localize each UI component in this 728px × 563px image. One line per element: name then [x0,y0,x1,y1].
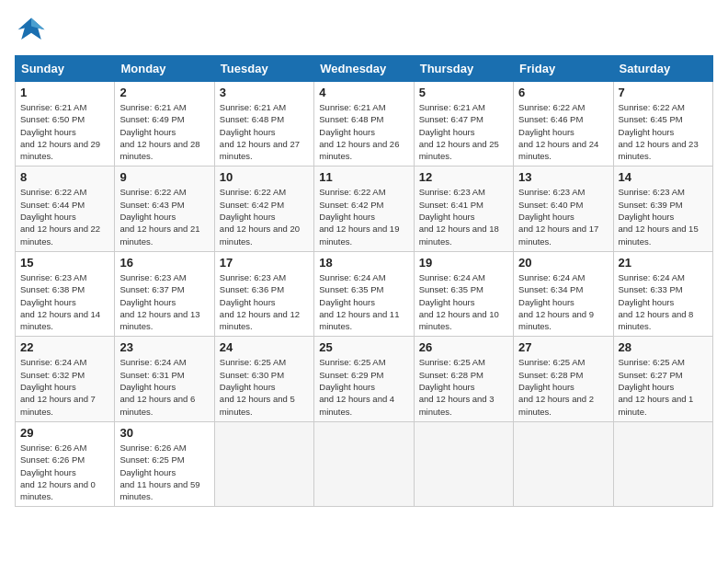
col-header-saturday: Saturday [613,56,712,82]
day-cell-15: 15Sunrise: 6:23 AMSunset: 6:38 PMDayligh… [16,251,115,336]
day-info: Sunrise: 6:25 AMSunset: 6:28 PMDaylight … [518,356,608,417]
col-header-wednesday: Wednesday [314,56,414,82]
day-cell-28: 28Sunrise: 6:25 AMSunset: 6:27 PMDayligh… [613,337,712,421]
col-header-thursday: Thursday [414,56,513,82]
day-info: Sunrise: 6:22 AMSunset: 6:45 PMDaylight … [619,101,708,162]
day-number: 12 [419,170,508,184]
day-number: 13 [518,170,608,184]
day-number: 8 [20,170,109,184]
day-cell-5: 5Sunrise: 6:21 AMSunset: 6:47 PMDaylight… [414,82,513,167]
header [15,15,713,48]
day-cell-16: 16Sunrise: 6:23 AMSunset: 6:37 PMDayligh… [115,251,214,336]
day-cell-1: 1Sunrise: 6:21 AMSunset: 6:50 PMDaylight… [16,82,115,167]
logo-icon [15,15,48,48]
day-cell-3: 3Sunrise: 6:21 AMSunset: 6:48 PMDaylight… [214,82,313,167]
day-number: 7 [619,86,708,99]
day-cell-8: 8Sunrise: 6:22 AMSunset: 6:44 PMDaylight… [16,167,115,251]
day-number: 4 [319,86,408,99]
day-info: Sunrise: 6:25 AMSunset: 6:28 PMDaylight … [419,356,508,417]
day-info: Sunrise: 6:21 AMSunset: 6:48 PMDaylight … [220,101,309,162]
day-info: Sunrise: 6:22 AMSunset: 6:42 PMDaylight … [319,186,408,247]
day-number: 11 [319,170,408,184]
day-info: Sunrise: 6:25 AMSunset: 6:29 PMDaylight … [319,356,408,417]
day-info: Sunrise: 6:24 AMSunset: 6:32 PMDaylight … [20,356,109,417]
day-cell-26: 26Sunrise: 6:25 AMSunset: 6:28 PMDayligh… [414,337,513,421]
col-header-monday: Monday [115,56,214,82]
day-info: Sunrise: 6:21 AMSunset: 6:50 PMDaylight … [20,101,109,162]
day-number: 20 [518,256,608,270]
day-number: 28 [619,340,708,354]
day-cell-7: 7Sunrise: 6:22 AMSunset: 6:45 PMDaylight… [613,82,712,167]
day-info: Sunrise: 6:26 AMSunset: 6:26 PMDaylight … [20,442,109,502]
day-number: 10 [220,170,309,184]
day-cell-24: 24Sunrise: 6:25 AMSunset: 6:30 PMDayligh… [214,337,313,421]
day-number: 27 [518,340,608,354]
day-info: Sunrise: 6:23 AMSunset: 6:37 PMDaylight … [119,271,209,332]
day-cell-30: 30Sunrise: 6:26 AMSunset: 6:25 PMDayligh… [115,421,214,506]
day-cell-10: 10Sunrise: 6:22 AMSunset: 6:42 PMDayligh… [214,167,313,251]
day-info: Sunrise: 6:26 AMSunset: 6:25 PMDaylight … [119,442,209,502]
day-cell-6: 6Sunrise: 6:22 AMSunset: 6:46 PMDaylight… [514,82,613,167]
day-info: Sunrise: 6:24 AMSunset: 6:35 PMDaylight … [419,271,508,332]
day-cell-19: 19Sunrise: 6:24 AMSunset: 6:35 PMDayligh… [414,251,513,336]
day-cell-18: 18Sunrise: 6:24 AMSunset: 6:35 PMDayligh… [314,251,414,336]
day-number: 15 [20,256,109,270]
col-header-sunday: Sunday [16,56,115,82]
empty-cell [214,421,313,506]
empty-cell [414,421,513,506]
day-info: Sunrise: 6:24 AMSunset: 6:35 PMDaylight … [319,271,408,332]
logo [15,15,51,48]
calendar-week-2: 8Sunrise: 6:22 AMSunset: 6:44 PMDaylight… [16,167,713,251]
day-cell-4: 4Sunrise: 6:21 AMSunset: 6:48 PMDaylight… [314,82,414,167]
day-info: Sunrise: 6:22 AMSunset: 6:46 PMDaylight … [518,101,608,162]
day-info: Sunrise: 6:23 AMSunset: 6:36 PMDaylight … [220,271,309,332]
day-info: Sunrise: 6:25 AMSunset: 6:30 PMDaylight … [220,356,309,417]
day-number: 1 [20,86,109,99]
day-info: Sunrise: 6:21 AMSunset: 6:49 PMDaylight … [119,101,209,162]
day-number: 5 [419,86,508,99]
day-cell-14: 14Sunrise: 6:23 AMSunset: 6:39 PMDayligh… [613,167,712,251]
day-number: 6 [518,86,608,99]
day-info: Sunrise: 6:23 AMSunset: 6:41 PMDaylight … [419,186,508,247]
day-cell-25: 25Sunrise: 6:25 AMSunset: 6:29 PMDayligh… [314,337,414,421]
day-number: 26 [419,340,508,354]
day-cell-22: 22Sunrise: 6:24 AMSunset: 6:32 PMDayligh… [16,337,115,421]
calendar-week-3: 15Sunrise: 6:23 AMSunset: 6:38 PMDayligh… [16,251,713,336]
day-number: 23 [119,340,209,354]
day-info: Sunrise: 6:22 AMSunset: 6:42 PMDaylight … [220,186,309,247]
day-info: Sunrise: 6:24 AMSunset: 6:31 PMDaylight … [119,356,209,417]
day-number: 9 [119,170,209,184]
day-cell-20: 20Sunrise: 6:24 AMSunset: 6:34 PMDayligh… [514,251,613,336]
day-info: Sunrise: 6:22 AMSunset: 6:44 PMDaylight … [20,186,109,247]
empty-cell [613,421,712,506]
day-number: 25 [319,340,408,354]
col-header-tuesday: Tuesday [214,56,313,82]
day-number: 2 [119,86,209,99]
day-info: Sunrise: 6:22 AMSunset: 6:43 PMDaylight … [119,186,209,247]
day-info: Sunrise: 6:24 AMSunset: 6:34 PMDaylight … [518,271,608,332]
day-number: 24 [220,340,309,354]
calendar-table: SundayMondayTuesdayWednesdayThursdayFrid… [15,55,713,507]
day-info: Sunrise: 6:21 AMSunset: 6:48 PMDaylight … [319,101,408,162]
day-cell-2: 2Sunrise: 6:21 AMSunset: 6:49 PMDaylight… [115,82,214,167]
day-number: 16 [119,256,209,270]
calendar-week-4: 22Sunrise: 6:24 AMSunset: 6:32 PMDayligh… [16,337,713,421]
day-number: 14 [619,170,708,184]
day-info: Sunrise: 6:24 AMSunset: 6:33 PMDaylight … [619,271,708,332]
col-header-friday: Friday [514,56,613,82]
day-number: 29 [20,426,109,440]
day-info: Sunrise: 6:23 AMSunset: 6:38 PMDaylight … [20,271,109,332]
day-number: 21 [619,256,708,270]
day-number: 3 [220,86,309,99]
day-cell-29: 29Sunrise: 6:26 AMSunset: 6:26 PMDayligh… [16,421,115,506]
day-cell-23: 23Sunrise: 6:24 AMSunset: 6:31 PMDayligh… [115,337,214,421]
calendar-week-5: 29Sunrise: 6:26 AMSunset: 6:26 PMDayligh… [16,421,713,506]
empty-cell [514,421,613,506]
day-cell-21: 21Sunrise: 6:24 AMSunset: 6:33 PMDayligh… [613,251,712,336]
day-cell-11: 11Sunrise: 6:22 AMSunset: 6:42 PMDayligh… [314,167,414,251]
day-info: Sunrise: 6:23 AMSunset: 6:40 PMDaylight … [518,186,608,247]
empty-cell [314,421,414,506]
day-number: 30 [119,426,209,440]
day-number: 18 [319,256,408,270]
day-cell-12: 12Sunrise: 6:23 AMSunset: 6:41 PMDayligh… [414,167,513,251]
